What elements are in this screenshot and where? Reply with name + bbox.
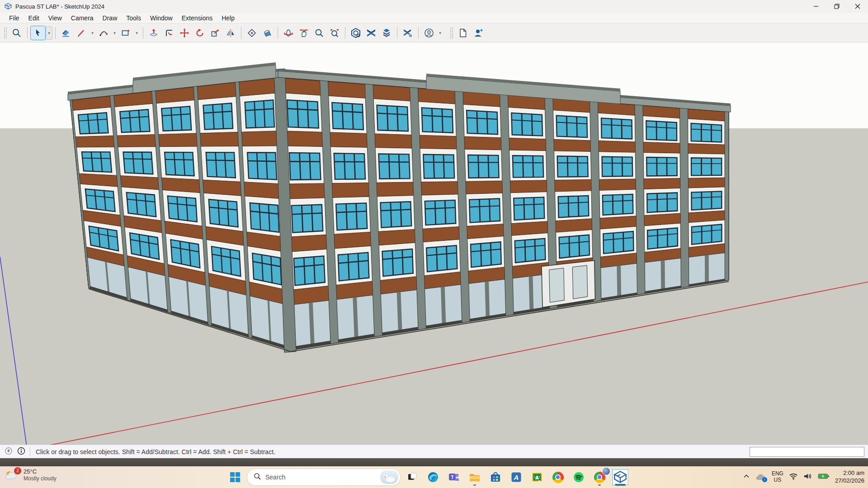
scale-tool-icon[interactable] [208,26,223,40]
menu-bar: File Edit View Camera Draw Tools Window … [0,13,868,23]
3d-warehouse-icon[interactable] [348,26,363,40]
wifi-icon[interactable] [789,473,798,482]
chrome-profile-icon[interactable] [590,468,609,486]
menu-camera[interactable]: Camera [66,14,98,23]
weather-condition: Mostly cloudy [24,475,57,482]
status-bar: Click or drag to select objects. Shift =… [0,445,868,458]
select-tool-dropdown[interactable]: ▾ [46,26,52,40]
menu-extensions[interactable]: Extensions [177,14,217,23]
account-avatar-icon[interactable] [421,26,437,40]
profile-avatar [602,467,610,475]
spotify-icon[interactable] [570,468,588,486]
extension-warehouse-icon[interactable] [363,26,379,40]
select-tool-icon[interactable] [30,26,46,40]
system-tray: i ENGUS 2:00 am27/02/2026 [743,466,864,488]
clock[interactable]: 2:00 am27/02/2026 [835,469,864,485]
menu-draw[interactable]: Draw [98,14,122,23]
svg-text:T: T [451,475,453,480]
close-button[interactable] [847,0,868,13]
toolbar: ▾ ▾ ▾ ▾ ▾ [0,23,868,42]
menu-help[interactable]: Help [217,14,239,23]
stacked-layers-icon[interactable] [379,26,394,40]
eraser-tool-icon[interactable] [58,26,74,40]
arc-tool-dropdown[interactable]: ▾ [111,26,118,40]
weather-cloud-icon: 2 [5,469,20,482]
geolocation-icon[interactable] [5,447,13,457]
measurements-input[interactable] [750,447,864,457]
file-explorer-icon[interactable] [466,468,484,486]
date-label: 27/02/2026 [835,477,864,485]
arc-tool-icon[interactable] [96,26,111,40]
extension-manager-icon[interactable] [400,26,415,40]
move-tool-icon[interactable] [177,26,192,40]
line-tool-icon[interactable] [74,26,89,40]
search-placeholder: Search [265,474,376,481]
chrome-icon[interactable] [549,468,567,486]
desktop-gap [0,458,868,466]
task-view-button[interactable] [403,468,421,486]
google-classroom-icon[interactable] [528,468,546,486]
line-tool-dropdown[interactable]: ▾ [89,26,96,40]
flip-tool-icon[interactable] [223,26,238,40]
battery-icon[interactable] [818,473,830,481]
model-viewport[interactable] [0,42,868,445]
time-label: 2:00 am [843,469,864,477]
microsoft-store-icon[interactable] [486,468,505,486]
menu-window[interactable]: Window [146,14,177,23]
taskbar: 2 25°C Mostly cloudy Search T A [0,466,868,488]
title-bar: Pascua ST LAB* - SketchUp 2024 [0,0,868,13]
menu-tools[interactable]: Tools [122,14,146,23]
new-file-icon[interactable] [455,26,471,40]
account-dropdown[interactable]: ▾ [437,26,443,40]
paint-bucket-tool-icon[interactable] [259,26,275,40]
building-model-canvas [0,42,868,445]
zoom-tool-icon[interactable] [311,26,327,40]
window-title: Pascua ST LAB* - SketchUp 2024 [15,3,104,10]
search-icon [254,473,261,482]
edge-icon[interactable] [424,468,442,486]
pan-tool-icon[interactable] [296,26,311,40]
search-tool-icon[interactable] [9,26,24,40]
info-icon[interactable] [17,447,25,457]
add-person-icon[interactable] [471,26,486,40]
zoom-extents-tool-icon[interactable] [327,26,342,40]
teams-icon[interactable]: T [445,468,463,486]
sketchup-taskbar-icon[interactable] [611,468,629,486]
restore-button[interactable] [826,0,847,13]
language-indicator[interactable]: ENGUS [772,471,783,483]
weather-widget[interactable]: 2 25°C Mostly cloudy [5,468,57,482]
sketchup-window: Pascua ST LAB* - SketchUp 2024 File Edit… [0,0,868,488]
menu-edit[interactable]: Edit [24,14,44,23]
volume-icon[interactable] [803,473,812,482]
app-a-icon[interactable]: A [507,468,525,486]
rectangle-tool-dropdown[interactable]: ▾ [133,26,140,40]
start-button[interactable] [226,468,244,486]
sketchup-logo-icon [5,3,12,10]
search-highlight-image[interactable] [380,470,398,484]
status-message: Click or drag to select objects. Shift =… [36,448,275,455]
rectangle-tool-icon[interactable] [118,26,133,40]
toolbar-grip[interactable] [4,27,7,39]
push-pull-tool-icon[interactable] [146,26,161,40]
notification-badge: 2 [14,467,22,475]
orbit-tool-icon[interactable] [281,26,296,40]
onedrive-icon[interactable]: i [755,473,766,481]
offset-tool-icon[interactable] [161,26,177,40]
tape-measure-tool-icon[interactable] [244,26,259,40]
taskbar-search[interactable]: Search [247,469,401,486]
menu-file[interactable]: File [5,14,24,23]
tray-chevron-icon[interactable] [743,473,750,481]
menu-view[interactable]: View [44,14,66,23]
weather-temp: 25°C [24,468,57,475]
minimize-button[interactable] [806,0,826,13]
toolbar-grip-2[interactable] [450,27,453,39]
svg-text:A: A [514,474,519,481]
rotate-tool-icon[interactable] [192,26,208,40]
